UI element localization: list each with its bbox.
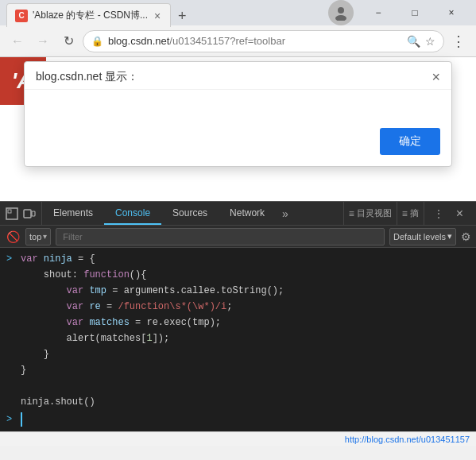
- address-bar: ← → ↻ 🔒 blog.csdn.net/u013451157?ref=too…: [0, 25, 476, 57]
- content-area: 'A blog.csdn.net 显示： × 确定: [0, 57, 476, 431]
- forward-button[interactable]: →: [32, 30, 54, 52]
- dialog-ok-button[interactable]: 确定: [380, 128, 440, 155]
- minimize-button[interactable]: −: [360, 0, 397, 25]
- search-icon[interactable]: 🔍: [407, 35, 420, 48]
- dialog-body: [25, 90, 451, 122]
- tab-close-button[interactable]: ×: [153, 8, 162, 24]
- back-button[interactable]: ←: [6, 30, 29, 52]
- status-url: http://blog.csdn.net/u013451157: [345, 435, 470, 444]
- url-domain: blog.csdn.net: [108, 35, 169, 47]
- browser-tab[interactable]: C 'Ablaze 的专栏 - CSDN博... ×: [6, 3, 171, 27]
- dialog-box: blog.csdn.net 显示： × 确定: [24, 61, 452, 167]
- title-bar: C 'Ablaze 的专栏 - CSDN博... × + − □ ×: [0, 0, 476, 25]
- maximize-button[interactable]: □: [397, 0, 433, 25]
- url-bar[interactable]: 🔒 blog.csdn.net/u013451157?ref=toolbar 🔍…: [83, 30, 444, 52]
- status-bar: http://blog.csdn.net/u013451157: [0, 431, 476, 446]
- svg-point-0: [338, 7, 344, 14]
- browser-menu-button[interactable]: ⋮: [447, 30, 470, 52]
- tab-bar: C 'Ablaze 的专栏 - CSDN博... × +: [6, 0, 328, 27]
- dialog-footer: 确定: [25, 122, 451, 166]
- url-text: blog.csdn.net/u013451157?ref=toolbar: [108, 35, 402, 47]
- tab-title: 'Ablaze 的专栏 - CSDN博...: [33, 9, 148, 22]
- new-tab-button[interactable]: +: [171, 5, 193, 27]
- url-icons: 🔍 ☆: [407, 35, 435, 48]
- url-path: /u013451157?ref=toolbar: [169, 35, 285, 47]
- user-avatar: [328, 0, 354, 25]
- close-button[interactable]: ×: [433, 0, 470, 25]
- dialog-header: blog.csdn.net 显示： ×: [25, 62, 451, 90]
- bookmark-icon[interactable]: ☆: [425, 35, 435, 48]
- refresh-button[interactable]: ↻: [57, 30, 79, 52]
- dialog-close-button[interactable]: ×: [431, 70, 440, 84]
- tab-favicon: C: [15, 10, 28, 22]
- svg-point-1: [335, 15, 346, 21]
- secure-icon: 🔒: [91, 36, 103, 47]
- dialog-overlay: blog.csdn.net 显示： × 确定: [0, 57, 476, 431]
- dialog-title: blog.csdn.net 显示：: [36, 70, 138, 84]
